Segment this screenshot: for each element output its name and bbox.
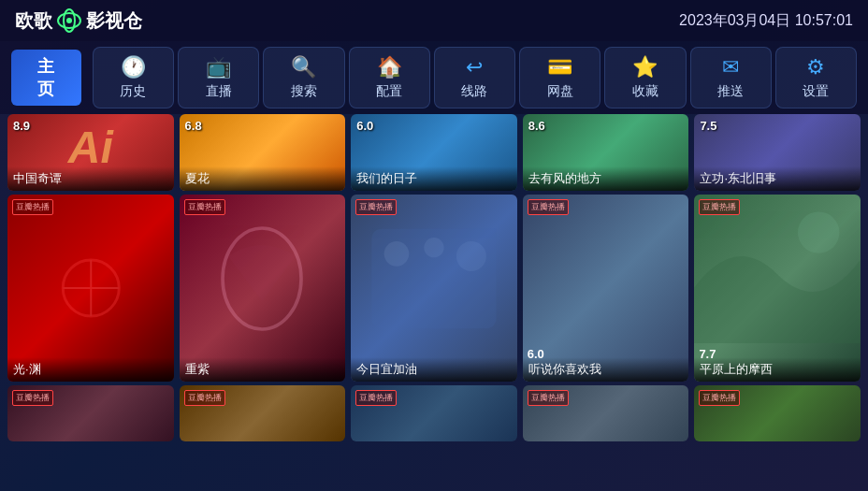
route-icon: ↩ (466, 55, 483, 79)
card-ligong[interactable]: 7.5 立功·东北旧事 (694, 114, 861, 191)
card-overlay-pingyuan: 平原上的摩西 (694, 357, 861, 382)
card-overlay-chongzi: 重紫 (180, 357, 346, 382)
svg-point-10 (456, 241, 486, 271)
navbar: 主页 🕐 历史 📺 直播 🔍 搜索 🏠 配置 ↩ 线路 💳 网盘 ⭐ 收藏 ✉ … (0, 41, 868, 114)
nav-label-push: 推送 (717, 83, 744, 100)
card-guang[interactable]: 豆瓣热播 光·渊 (7, 195, 174, 382)
card-tingshuo[interactable]: 豆瓣热播 6.0 听说你喜欢我 (523, 195, 689, 382)
nav-label-live: 直播 (206, 83, 232, 100)
nav-item-push[interactable]: ✉ 推送 (690, 47, 772, 108)
card-overlay-jinri: 今日宜加油 (351, 357, 517, 382)
card-overlay-ligong: 立功·东北旧事 (694, 166, 861, 191)
nav-item-route[interactable]: ↩ 线路 (434, 47, 515, 108)
score-xiahua: 6.8 (185, 119, 202, 133)
config-icon: 🏠 (377, 55, 402, 79)
content-area: Ai 8.9 中国奇谭 6.8 夏花 6.0 我们的日子 8.6 去有风的地方 … (0, 114, 868, 441)
card-women[interactable]: 6.0 我们的日子 (351, 114, 517, 191)
card-title-ligong: 立功·东北旧事 (700, 170, 855, 187)
tag-guang: 豆瓣热播 (12, 199, 53, 215)
row-3: 豆瓣热播 豆瓣热播 豆瓣热播 豆瓣热播 豆瓣热播 (7, 385, 861, 441)
nav-item-history[interactable]: 🕐 历史 (93, 47, 174, 108)
push-icon: ✉ (722, 55, 739, 79)
tag-chongzi: 豆瓣热播 (184, 199, 225, 215)
tag-bottom4: 豆瓣热播 (528, 390, 569, 406)
app-logo: 欧歌 影视仓 (15, 7, 142, 34)
tag-tingshuo: 豆瓣热播 (528, 199, 569, 215)
live-icon: 📺 (206, 55, 231, 79)
settings-icon: ⚙ (806, 55, 825, 79)
score-ligong: 7.5 (700, 119, 716, 133)
card-chongzi[interactable]: 豆瓣热播 重紫 (180, 195, 346, 382)
tag-bottom3: 豆瓣热播 (355, 390, 397, 406)
datetime: 2023年03月04日 10:57:01 (679, 11, 853, 31)
netdisk-icon: 💳 (547, 55, 572, 79)
card-bottom3[interactable]: 豆瓣热播 (351, 385, 517, 441)
card-bottom1[interactable]: 豆瓣热播 (7, 385, 174, 441)
row-2: 豆瓣热播 光·渊 豆瓣热播 重紫 豆瓣热播 (7, 195, 861, 382)
nav-item-favorites[interactable]: ⭐ 收藏 (604, 47, 686, 108)
svg-point-9 (424, 238, 443, 257)
nav-label-netdisk: 网盘 (547, 83, 573, 100)
card-title-chongzi: 重紫 (185, 361, 340, 378)
nav-label-config: 配置 (376, 83, 402, 100)
nav-item-config[interactable]: 🏠 配置 (349, 47, 430, 108)
score-youfeng: 8.6 (528, 119, 545, 133)
card-youfeng[interactable]: 8.6 去有风的地方 (523, 114, 689, 191)
nav-item-search[interactable]: 🔍 搜索 (263, 47, 344, 108)
card-xiahua[interactable]: 6.8 夏花 (180, 114, 346, 191)
tag-bottom1: 豆瓣热播 (12, 390, 53, 406)
card-title-xiahua: 夏花 (185, 170, 340, 187)
card-overlay-youfeng: 去有风的地方 (523, 166, 689, 191)
nav-label-search: 搜索 (291, 83, 317, 100)
tag-bottom2: 豆瓣热播 (184, 390, 225, 406)
logo-suffix: 影视仓 (86, 8, 142, 34)
svg-point-2 (66, 18, 72, 23)
nav-item-live[interactable]: 📺 直播 (178, 47, 259, 108)
card-bottom4[interactable]: 豆瓣热播 (523, 385, 689, 441)
nav-label-route: 线路 (461, 83, 487, 100)
logo-text: 欧歌 (15, 8, 52, 34)
svg-point-8 (384, 241, 410, 267)
card-title-guang: 光·渊 (13, 361, 168, 378)
card-title-zhongguo: 中国奇谭 (13, 170, 168, 187)
nav-label-favorites: 收藏 (632, 83, 658, 100)
logo-icon (56, 7, 82, 34)
nav-label-settings: 设置 (803, 83, 829, 100)
card-bottom2[interactable]: 豆瓣热播 (180, 385, 346, 441)
card-pingyuan[interactable]: 豆瓣热播 7.7 平原上的摩西 (694, 195, 861, 382)
ai-text: Ai (68, 122, 113, 173)
history-icon: 🕐 (121, 55, 146, 79)
tag-bottom5: 豆瓣热播 (699, 390, 740, 406)
app-header: 欧歌 影视仓 2023年03月04日 10:57:01 (0, 0, 868, 41)
card-overlay-zhongguo: 中国奇谭 (7, 166, 174, 191)
card-title-pingyuan: 平原上的摩西 (700, 361, 855, 378)
nav-item-settings[interactable]: ⚙ 设置 (775, 47, 857, 108)
nav-item-netdisk[interactable]: 💳 网盘 (519, 47, 600, 108)
card-title-women: 我们的日子 (356, 170, 512, 187)
card-zhongguo[interactable]: Ai 8.9 中国奇谭 (7, 114, 174, 191)
card-overlay-women: 我们的日子 (351, 166, 517, 191)
row-1: Ai 8.9 中国奇谭 6.8 夏花 6.0 我们的日子 8.6 去有风的地方 … (7, 114, 861, 191)
svg-point-11 (798, 211, 839, 253)
card-bottom5[interactable]: 豆瓣热播 (694, 385, 861, 441)
search-icon: 🔍 (291, 55, 316, 79)
card-title-jinri: 今日宜加油 (356, 361, 512, 378)
home-button[interactable]: 主页 (11, 50, 81, 106)
card-overlay-guang: 光·渊 (7, 357, 174, 382)
score-zhongguo: 8.9 (13, 119, 30, 133)
card-jinri[interactable]: 豆瓣热播 今日宜加油 (351, 195, 517, 382)
card-overlay-tingshuo: 听说你喜欢我 (523, 357, 689, 382)
card-title-youfeng: 去有风的地方 (528, 170, 684, 187)
score-women: 6.0 (356, 119, 373, 133)
card-title-tingshuo: 听说你喜欢我 (528, 361, 684, 378)
nav-label-history: 历史 (120, 83, 146, 100)
card-overlay-xiahua: 夏花 (180, 166, 346, 191)
favorites-icon: ⭐ (632, 55, 658, 79)
